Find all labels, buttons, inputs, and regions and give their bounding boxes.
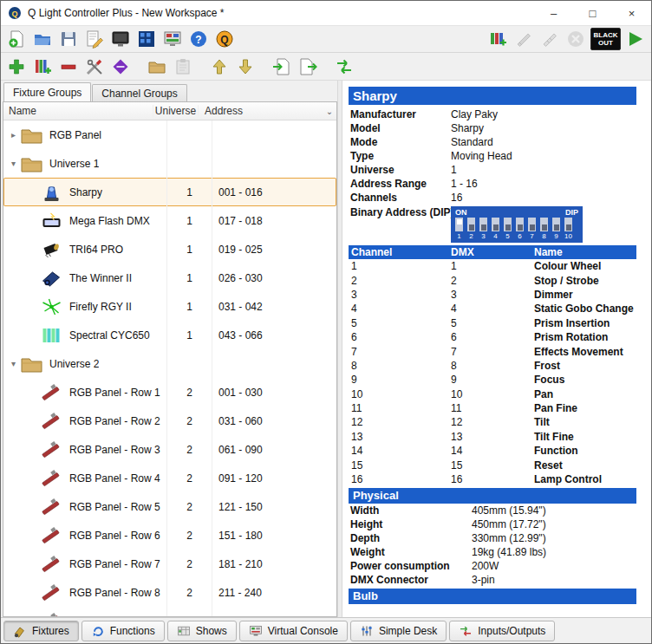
blackout-button[interactable]: BLACK OUT xyxy=(590,28,621,50)
address-tool-button[interactable] xyxy=(160,28,185,50)
tree-row[interactable]: The Winner II 1 026 - 030 xyxy=(3,263,336,292)
channel-number: 10 xyxy=(349,388,451,400)
name-col-header: Name xyxy=(534,246,636,258)
tree-row[interactable]: RGB Panel - Row 5 2 121 - 150 xyxy=(3,492,336,521)
property-label: Mode xyxy=(350,136,451,148)
help-icon: ? xyxy=(189,29,208,49)
about-button[interactable]: Q xyxy=(212,28,237,50)
tab-fixtures[interactable]: Fixtures xyxy=(3,621,79,641)
row-universe-cell: 2 xyxy=(167,578,212,607)
tab-shows[interactable]: Shows xyxy=(167,621,237,641)
column-header-address[interactable]: Address xyxy=(199,105,323,117)
row-universe-cell: 2 xyxy=(167,435,212,464)
channel-row: 8 8 Frost xyxy=(349,359,636,373)
remap-fixtures-button[interactable] xyxy=(332,55,356,78)
property-label: Model xyxy=(350,122,451,134)
add-rgb-panel-button[interactable] xyxy=(30,55,55,78)
header-menu-icon[interactable] xyxy=(323,107,336,116)
property-row: Model Sharpy xyxy=(349,121,636,135)
help-button[interactable]: ? xyxy=(186,28,211,50)
panel-tab[interactable]: Fixture Groups xyxy=(3,82,91,101)
tree-row[interactable]: RGB Panel - Row 7 2 181 - 210 xyxy=(3,550,336,578)
context-tab-label: Shows xyxy=(196,625,227,637)
column-header-name[interactable]: Name xyxy=(3,105,153,117)
tree-row[interactable]: RGB Panel - Row 1 2 001 - 030 xyxy=(3,378,336,407)
property-value: 405mm (15.94") xyxy=(472,504,546,517)
led-bar-icon xyxy=(40,382,63,403)
tree-row[interactable]: RGB Panel - Row 4 2 091 - 120 xyxy=(3,464,336,492)
tab-label: Fixture Groups xyxy=(13,87,82,99)
minimize-button[interactable]: – xyxy=(534,1,573,25)
dip-switch-graphic: ON DIP xyxy=(451,206,583,243)
dip-number: 5 xyxy=(504,232,512,240)
add-channel-group-button[interactable] xyxy=(108,55,133,78)
dip-number: 3 xyxy=(479,232,487,240)
stop-all-functions-button[interactable] xyxy=(564,28,588,50)
row-name-cell: RGB Panel - Row 6 xyxy=(3,521,167,550)
paste-button[interactable] xyxy=(171,55,195,78)
tree-row[interactable]: RGB Panel - Row 2 2 031 - 060 xyxy=(3,407,336,435)
new-group-button[interactable] xyxy=(145,55,169,78)
tree-row[interactable]: RGB Panel - Row 9 2 241 - 270 xyxy=(3,607,336,616)
tree-row[interactable]: Mega Flash DMX 1 017 - 018 xyxy=(3,206,336,235)
operate-mode-button[interactable] xyxy=(623,28,648,50)
tree-row[interactable]: RGB Panel xyxy=(3,120,336,149)
close-button[interactable]: × xyxy=(612,1,651,25)
row-name-cell: TRI64 PRO xyxy=(3,235,167,263)
dip-switch xyxy=(516,218,524,231)
tree-row[interactable]: Universe 1 xyxy=(3,149,336,178)
tab-virtual-console[interactable]: Virtual Console xyxy=(239,621,348,641)
property-row: Type Moving Head xyxy=(349,149,636,163)
window-title: Q Light Controller Plus - New Workspace … xyxy=(28,7,225,19)
channel-row: 16 16 Lamp Control xyxy=(349,472,636,486)
dip-switch xyxy=(455,218,463,231)
row-universe-cell: 1 xyxy=(167,321,212,349)
dmx-number: 4 xyxy=(451,302,534,315)
tree-row[interactable]: TRI64 PRO 1 019 - 025 xyxy=(3,235,336,263)
expand-chevron-icon[interactable] xyxy=(7,359,20,368)
move-down-button[interactable] xyxy=(233,55,258,78)
clapper-button-1[interactable] xyxy=(512,28,536,50)
tab-simple-desk[interactable]: Simple Desk xyxy=(350,621,447,641)
context-tab-label: Functions xyxy=(110,625,155,637)
pixel-grid-button[interactable] xyxy=(134,28,159,50)
channel-number: 7 xyxy=(349,346,451,358)
add-fixture-button[interactable] xyxy=(4,55,29,78)
fixture-properties-button[interactable] xyxy=(82,55,107,78)
maximize-button[interactable]: □ xyxy=(573,1,612,25)
dmx-monitor-button[interactable] xyxy=(108,28,133,50)
tree-row[interactable]: Spectral CYC650 1 043 - 066 xyxy=(3,321,336,349)
tree-row[interactable]: Sharpy 1 001 - 016 xyxy=(3,178,336,206)
column-header-universe[interactable]: Universe xyxy=(153,105,199,117)
tree-row[interactable]: RGB Panel - Row 3 2 061 - 090 xyxy=(3,435,336,464)
tree-row[interactable]: Firefly RGY II 1 031 - 042 xyxy=(3,292,336,321)
move-up-button[interactable] xyxy=(207,55,231,78)
row-name-cell: RGB Panel - Row 4 xyxy=(3,464,167,492)
wizard-button[interactable] xyxy=(82,28,107,50)
channel-number: 9 xyxy=(349,374,451,386)
tree-row[interactable]: Universe 2 xyxy=(3,349,336,378)
group-folder-icon xyxy=(147,57,166,76)
export-fixtures-button[interactable] xyxy=(296,55,320,78)
channel-row: 2 2 Stop / Strobe xyxy=(349,273,636,287)
clapper-button-2[interactable] xyxy=(538,28,562,50)
tab-functions[interactable]: Functions xyxy=(82,621,165,641)
row-name-cell: The Winner II xyxy=(3,263,167,292)
main-toolbar: ? Q xyxy=(1,25,651,53)
dip-number: 9 xyxy=(552,232,560,240)
open-workspace-button[interactable] xyxy=(30,28,55,50)
remove-fixture-button[interactable] xyxy=(56,55,81,78)
panel-tab[interactable]: Channel Groups xyxy=(92,84,186,101)
save-workspace-button[interactable] xyxy=(56,28,81,50)
expand-chevron-icon[interactable] xyxy=(7,159,20,168)
expand-chevron-icon[interactable] xyxy=(7,130,20,140)
new-workspace-button[interactable] xyxy=(4,28,29,50)
row-name-cell: RGB Panel - Row 8 xyxy=(3,578,167,607)
import-fixtures-button[interactable] xyxy=(270,55,294,78)
tree-row[interactable]: RGB Panel - Row 8 2 211 - 240 xyxy=(3,578,336,607)
property-label: Power consumption xyxy=(350,560,472,572)
dmx-number: 9 xyxy=(451,374,534,386)
tab-inputs-outputs[interactable]: Inputs/Outputs xyxy=(449,621,555,641)
tree-row[interactable]: RGB Panel - Row 6 2 151 - 180 xyxy=(3,521,336,550)
fixture-columns-button[interactable] xyxy=(486,28,510,50)
